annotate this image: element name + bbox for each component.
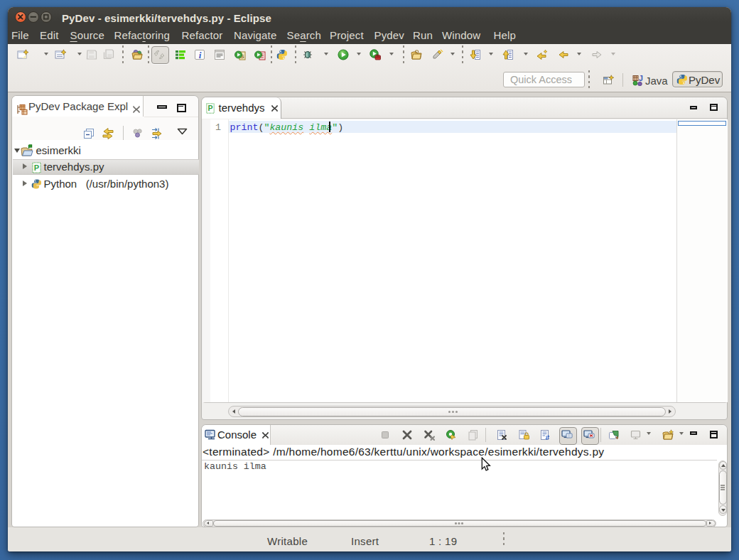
svg-text:i: i — [198, 50, 201, 60]
svg-text:P: P — [34, 163, 39, 172]
svg-text:P: P — [207, 104, 212, 112]
svg-text:J: J — [639, 75, 643, 82]
